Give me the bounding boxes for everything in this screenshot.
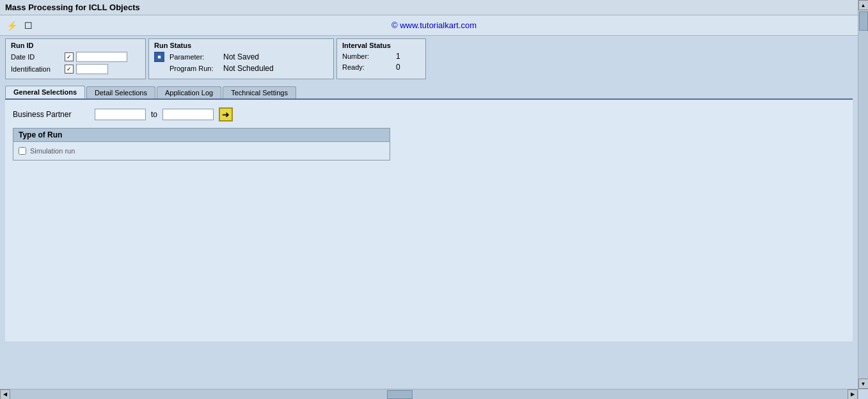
simulation-run-label: Simulation run xyxy=(30,147,75,155)
type-of-run-header: Type of Run xyxy=(13,129,390,142)
title-bar: Mass Processing for ICLL Objects xyxy=(0,0,868,15)
tab-content-general: Business Partner to ➜ Type of Run Simula… xyxy=(5,98,853,341)
program-run-row: Program Run: Not Scheduled xyxy=(154,64,328,73)
identification-input[interactable] xyxy=(76,64,108,74)
number-label: Number: xyxy=(342,52,393,60)
run-id-title: Run ID xyxy=(11,42,140,49)
right-scrollbar[interactable]: ▲ ▼ xyxy=(858,0,868,389)
tab-application-log[interactable]: Application Log xyxy=(157,86,221,98)
scroll-down-arrow[interactable]: ▼ xyxy=(858,379,869,389)
date-id-row: Date ID ✓ xyxy=(11,52,140,62)
parameter-row: ■ Parameter: Not Saved xyxy=(154,52,328,62)
interval-status-panel: Interval Status Number: 1 Ready: 0 xyxy=(336,38,426,79)
business-partner-from-input[interactable] xyxy=(95,109,146,120)
scroll-track xyxy=(10,389,848,400)
interval-status-title: Interval Status xyxy=(342,42,420,49)
watermark: © www.tutorialkart.com xyxy=(391,20,477,30)
copy-icon[interactable]: ☐ xyxy=(22,19,35,32)
scroll-left-arrow[interactable]: ◀ xyxy=(0,389,10,400)
status-icon: ■ xyxy=(154,52,164,62)
ready-value: 0 xyxy=(396,63,400,72)
run-status-title: Run Status xyxy=(154,42,328,49)
scroll-thumb[interactable] xyxy=(387,390,413,399)
identification-checkbox[interactable]: ✓ xyxy=(65,65,74,74)
tab-technical-settings[interactable]: Technical Settings xyxy=(223,86,296,98)
identification-row: Identification ✓ xyxy=(11,64,140,74)
scroll-right-arrow[interactable]: ▶ xyxy=(848,389,858,400)
arrow-icon: ➜ xyxy=(222,109,230,120)
number-row: Number: 1 xyxy=(342,52,420,61)
date-id-label: Date ID xyxy=(11,53,62,61)
program-run-label: Program Run: xyxy=(170,65,221,72)
to-label: to xyxy=(151,110,157,119)
business-partner-row: Business Partner to ➜ xyxy=(13,107,845,121)
run-status-panel: Run Status ■ Parameter: Not Saved Progra… xyxy=(148,38,334,79)
date-id-input[interactable] xyxy=(76,52,127,62)
parameter-label: Parameter: xyxy=(170,53,221,61)
right-scroll-track xyxy=(858,10,869,379)
identification-label: Identification xyxy=(11,65,62,73)
status-row: Run ID Date ID ✓ Identification ✓ Run St… xyxy=(0,36,858,82)
simulation-run-checkbox[interactable] xyxy=(19,147,26,155)
toolbar: ⚡ ☐ © www.tutorialkart.com xyxy=(0,15,868,36)
program-run-value: Not Scheduled xyxy=(223,64,274,73)
tabs-area: General Selections Detail Selections App… xyxy=(0,82,858,98)
type-of-run-body: Simulation run xyxy=(13,142,390,160)
type-of-run-section: Type of Run Simulation run xyxy=(13,128,390,160)
simulation-run-row: Simulation run xyxy=(19,147,384,155)
right-scroll-thumb[interactable] xyxy=(859,12,868,31)
main-content: Run ID Date ID ✓ Identification ✓ Run St… xyxy=(0,36,858,341)
business-partner-to-input[interactable] xyxy=(162,109,214,120)
bottom-scrollbar[interactable]: ◀ ▶ xyxy=(0,389,858,399)
date-id-checkbox[interactable]: ✓ xyxy=(65,52,74,61)
run-id-panel: Run ID Date ID ✓ Identification ✓ xyxy=(5,38,146,79)
parameter-value: Not Saved xyxy=(223,52,259,61)
business-partner-label: Business Partner xyxy=(13,110,90,119)
tab-detail-selections[interactable]: Detail Selections xyxy=(86,86,155,98)
page-title: Mass Processing for ICLL Objects xyxy=(5,3,140,12)
ready-label: Ready: xyxy=(342,63,393,71)
corner-box xyxy=(858,389,868,399)
lightning-icon[interactable]: ⚡ xyxy=(5,19,18,32)
business-partner-select-button[interactable]: ➜ xyxy=(219,107,233,121)
tab-general-selections[interactable]: General Selections xyxy=(5,86,85,98)
number-value: 1 xyxy=(396,52,400,61)
ready-row: Ready: 0 xyxy=(342,63,420,72)
scroll-up-arrow[interactable]: ▲ xyxy=(858,0,869,10)
